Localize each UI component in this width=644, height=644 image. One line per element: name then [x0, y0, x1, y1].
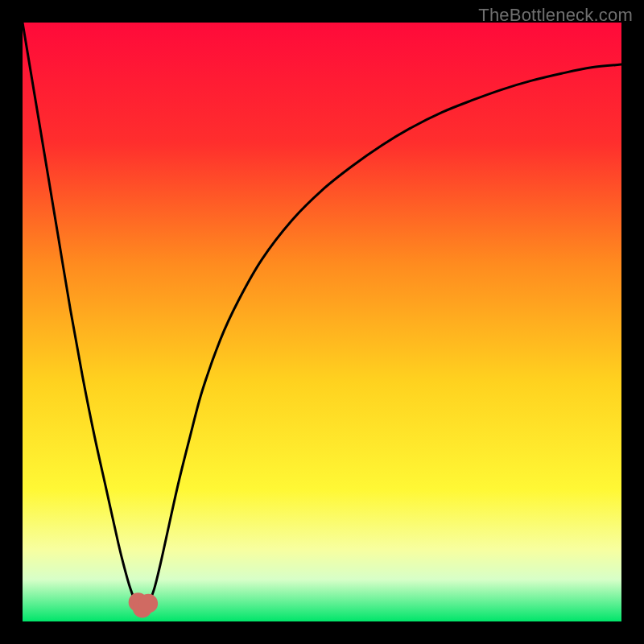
chart-plot-area: [23, 23, 621, 621]
watermark-text: TheBottleneck.com: [478, 5, 633, 26]
chart-svg: [23, 23, 621, 621]
chart-background-gradient: [23, 23, 621, 621]
min-marker-right: [138, 594, 158, 613]
chart-frame: TheBottleneck.com: [0, 0, 644, 644]
